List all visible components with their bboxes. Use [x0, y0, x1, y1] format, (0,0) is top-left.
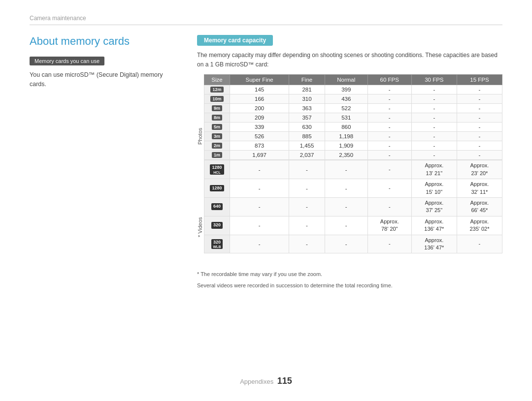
row-fps60: - [367, 235, 411, 253]
header-fine: Fine [289, 75, 325, 85]
row-fps15: - [457, 113, 502, 123]
row-sf: 873 [230, 141, 289, 151]
table-row: 10m 166 310 436 - - - [204, 94, 502, 104]
row-sf: - [230, 197, 289, 216]
row-sf: 209 [230, 113, 289, 123]
row-fps60: - [367, 85, 411, 94]
row-fps60: - [367, 160, 411, 179]
row-icon: 10m [204, 94, 230, 104]
row-fps15: - [457, 151, 502, 160]
row-sf: 145 [230, 85, 289, 94]
row-n: 531 [325, 113, 367, 123]
row-fps60: - [367, 141, 411, 151]
row-f: - [289, 160, 325, 179]
row-fps15: Approx.23' 20* [457, 160, 502, 179]
row-fps30: - [411, 123, 457, 132]
capacity-badge: Memory card capacity [197, 35, 273, 46]
row-icon: 12m [204, 85, 230, 94]
row-f: 281 [289, 85, 325, 94]
row-fps15: - [457, 141, 502, 151]
table-row: 1m 1,697 2,037 2,350 - - - [204, 151, 502, 160]
row-icon: 320 [204, 216, 230, 235]
row-sf: 339 [230, 123, 289, 132]
header-normal: Normal [325, 75, 367, 85]
table-row: 320 - - - Approx.78' 20" Approx.136' 47*… [204, 216, 502, 235]
row-fps30: - [411, 94, 457, 104]
row-sf: 1,697 [230, 151, 289, 160]
row-fps60: - [367, 132, 411, 141]
row-fps30: - [411, 132, 457, 141]
row-sf: 166 [230, 94, 289, 104]
row-icon: 2m [204, 141, 230, 151]
photos-vertical-label: Photos [197, 85, 203, 187]
row-fps15: - [457, 123, 502, 132]
row-f: 357 [289, 113, 325, 123]
row-icon: 640 [204, 197, 230, 216]
row-icon: 9m [204, 104, 230, 113]
row-icon: 320WLB [204, 235, 230, 253]
footnote1: * The recordable time may vary if you us… [197, 270, 502, 278]
row-f: 1,455 [289, 141, 325, 151]
header-superfine: Super Fine [230, 75, 289, 85]
row-fps15: Approx.32' 11* [457, 179, 502, 198]
row-n: 522 [325, 104, 367, 113]
row-icon: 8m [204, 113, 230, 123]
table-row: 8m 209 357 531 - - - [204, 113, 502, 123]
row-icon: 5m [204, 123, 230, 132]
row-f: - [289, 235, 325, 253]
footer-number: 115 [277, 376, 292, 386]
row-n: 1,909 [325, 141, 367, 151]
row-fps60: Approx.78' 20" [367, 216, 411, 235]
header-60fps: 60 FPS [367, 75, 411, 85]
table-row: 1280 - - - - Approx.15' 10" Approx.32' 1… [204, 179, 502, 198]
row-icon: 1280HCL [204, 160, 230, 179]
row-fps60: - [367, 151, 411, 160]
capacity-desc: The memory capacity may differ depending… [197, 51, 502, 69]
row-n: 399 [325, 85, 367, 94]
footer-label: Appendixes [240, 378, 273, 385]
table-header-row: Size Super Fine Fine Normal 60 FPS 30 FP… [204, 75, 502, 85]
capacity-table-combined: Size Super Fine Fine Normal 60 FPS 30 FP… [204, 74, 502, 253]
row-fps15: - [457, 85, 502, 94]
side-labels: Photos* Videos [197, 85, 203, 267]
videos-vertical-label: * Videos [197, 187, 203, 267]
row-n: 1,198 [325, 132, 367, 141]
row-fps30: Approx.136' 47* [411, 235, 457, 253]
row-f: 310 [289, 94, 325, 104]
row-f: 630 [289, 123, 325, 132]
row-f: 2,037 [289, 151, 325, 160]
table-row: 1280HCL - - - - Approx.13' 21" Approx.23… [204, 160, 502, 179]
row-fps15: - [457, 132, 502, 141]
table-row: 9m 200 363 522 - - - [204, 104, 502, 113]
row-sf: - [230, 216, 289, 235]
row-fps30: - [411, 85, 457, 94]
row-n: - [325, 160, 367, 179]
row-fps30: Approx.15' 10" [411, 179, 457, 198]
row-fps30: Approx.37' 25" [411, 197, 457, 216]
row-f: - [289, 179, 325, 198]
table-row: 5m 339 630 860 - - - [204, 123, 502, 132]
table-row: 640 - - - - Approx.37' 25" Approx.66' 45… [204, 197, 502, 216]
left-section-text: You can use microSD™ (Secure Digital) me… [30, 70, 177, 89]
row-icon: 1m [204, 151, 230, 160]
row-n: 436 [325, 94, 367, 104]
left-section-badge: Memory cards you can use [30, 57, 104, 65]
row-n: - [325, 216, 367, 235]
table-row: 12m 145 281 399 - - - [204, 85, 502, 94]
row-n: - [325, 235, 367, 253]
row-fps15: - [457, 94, 502, 104]
header-15fps: 15 FPS [457, 75, 502, 85]
row-fps15: Approx.66' 45* [457, 197, 502, 216]
right-column: Memory card capacity The memory capacity… [197, 35, 502, 289]
table-row: 320WLB - - - - Approx.136' 47* - [204, 235, 502, 253]
row-f: 363 [289, 104, 325, 113]
row-fps30: - [411, 151, 457, 160]
row-sf: - [230, 179, 289, 198]
row-fps30: - [411, 141, 457, 151]
header-size: Size [204, 75, 230, 85]
row-n: - [325, 197, 367, 216]
row-fps60: - [367, 94, 411, 104]
page-footer: Appendixes 115 [0, 376, 532, 386]
row-fps30: - [411, 113, 457, 123]
row-n: - [325, 179, 367, 198]
